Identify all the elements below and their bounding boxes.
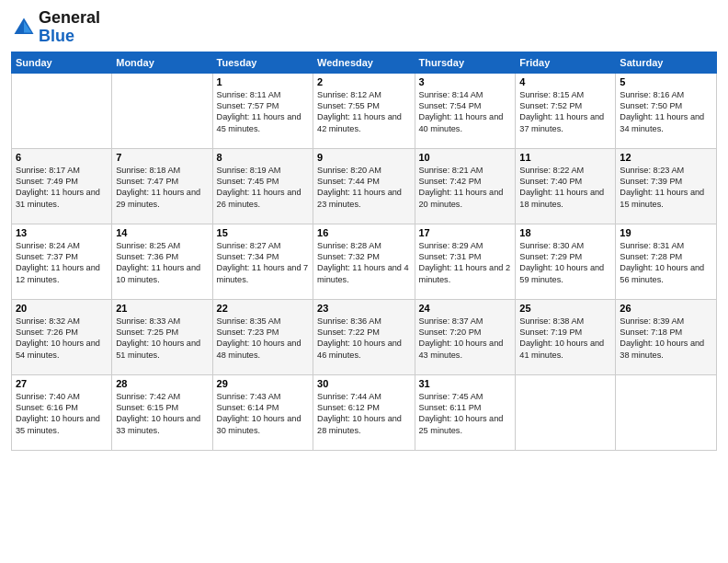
day-info: Sunrise: 8:14 AM Sunset: 7:54 PM Dayligh… xyxy=(419,89,512,135)
calendar-cell: 27Sunrise: 7:40 AM Sunset: 6:16 PM Dayli… xyxy=(12,374,112,450)
day-info: Sunrise: 8:33 AM Sunset: 7:25 PM Dayligh… xyxy=(116,316,208,362)
day-info: Sunrise: 8:29 AM Sunset: 7:31 PM Dayligh… xyxy=(419,240,512,286)
day-info: Sunrise: 8:22 AM Sunset: 7:40 PM Dayligh… xyxy=(519,165,611,211)
day-number: 18 xyxy=(519,227,611,238)
calendar-cell: 11Sunrise: 8:22 AM Sunset: 7:40 PM Dayli… xyxy=(516,148,616,224)
page: General Blue SundayMondayTuesdayWednesda… xyxy=(0,0,728,563)
calendar-header-row: SundayMondayTuesdayWednesdayThursdayFrid… xyxy=(12,52,717,73)
day-info: Sunrise: 7:43 AM Sunset: 6:14 PM Dayligh… xyxy=(217,391,309,437)
calendar-cell: 5Sunrise: 8:16 AM Sunset: 7:50 PM Daylig… xyxy=(616,73,717,148)
day-number: 1 xyxy=(217,76,309,87)
day-number: 8 xyxy=(217,152,309,163)
day-info: Sunrise: 8:12 AM Sunset: 7:55 PM Dayligh… xyxy=(317,89,410,135)
calendar-cell: 19Sunrise: 8:31 AM Sunset: 7:28 PM Dayli… xyxy=(616,224,717,299)
day-number: 16 xyxy=(317,227,410,238)
calendar-day-header: Thursday xyxy=(415,52,516,73)
day-number: 23 xyxy=(317,303,410,314)
day-number: 4 xyxy=(519,76,611,87)
day-info: Sunrise: 8:38 AM Sunset: 7:19 PM Dayligh… xyxy=(519,316,611,362)
calendar-day-header: Wednesday xyxy=(313,52,415,73)
day-number: 6 xyxy=(16,152,108,163)
day-info: Sunrise: 8:11 AM Sunset: 7:57 PM Dayligh… xyxy=(217,89,309,135)
calendar-cell: 28Sunrise: 7:42 AM Sunset: 6:15 PM Dayli… xyxy=(112,374,212,450)
calendar-cell: 25Sunrise: 8:38 AM Sunset: 7:19 PM Dayli… xyxy=(516,299,616,374)
calendar-cell: 18Sunrise: 8:30 AM Sunset: 7:29 PM Dayli… xyxy=(516,224,616,299)
day-info: Sunrise: 8:35 AM Sunset: 7:23 PM Dayligh… xyxy=(217,316,309,362)
day-info: Sunrise: 8:28 AM Sunset: 7:32 PM Dayligh… xyxy=(317,240,410,286)
day-number: 26 xyxy=(620,303,712,314)
day-info: Sunrise: 8:39 AM Sunset: 7:18 PM Dayligh… xyxy=(620,316,712,362)
calendar-cell: 6Sunrise: 8:17 AM Sunset: 7:49 PM Daylig… xyxy=(12,148,112,224)
calendar-cell: 15Sunrise: 8:27 AM Sunset: 7:34 PM Dayli… xyxy=(212,224,313,299)
calendar-cell: 31Sunrise: 7:45 AM Sunset: 6:11 PM Dayli… xyxy=(415,374,516,450)
day-number: 9 xyxy=(317,152,410,163)
day-number: 3 xyxy=(419,76,512,87)
logo-text: General Blue xyxy=(39,9,100,46)
calendar-cell: 2Sunrise: 8:12 AM Sunset: 7:55 PM Daylig… xyxy=(313,73,415,148)
day-info: Sunrise: 8:25 AM Sunset: 7:36 PM Dayligh… xyxy=(116,240,208,286)
calendar-cell: 7Sunrise: 8:18 AM Sunset: 7:47 PM Daylig… xyxy=(112,148,212,224)
day-number: 24 xyxy=(419,303,512,314)
day-info: Sunrise: 8:19 AM Sunset: 7:45 PM Dayligh… xyxy=(217,165,309,211)
calendar-cell: 16Sunrise: 8:28 AM Sunset: 7:32 PM Dayli… xyxy=(313,224,415,299)
day-info: Sunrise: 8:15 AM Sunset: 7:52 PM Dayligh… xyxy=(519,89,611,135)
calendar-cell: 1Sunrise: 8:11 AM Sunset: 7:57 PM Daylig… xyxy=(212,73,313,148)
logo-icon xyxy=(11,15,37,40)
calendar-cell: 24Sunrise: 8:37 AM Sunset: 7:20 PM Dayli… xyxy=(415,299,516,374)
day-number: 14 xyxy=(116,227,208,238)
day-number: 12 xyxy=(620,152,712,163)
calendar-cell: 9Sunrise: 8:20 AM Sunset: 7:44 PM Daylig… xyxy=(313,148,415,224)
day-number: 15 xyxy=(217,227,309,238)
day-number: 30 xyxy=(317,378,410,389)
calendar-week-row: 1Sunrise: 8:11 AM Sunset: 7:57 PM Daylig… xyxy=(12,73,717,148)
day-info: Sunrise: 7:42 AM Sunset: 6:15 PM Dayligh… xyxy=(116,391,208,437)
calendar-day-header: Saturday xyxy=(616,52,717,73)
day-info: Sunrise: 8:31 AM Sunset: 7:28 PM Dayligh… xyxy=(620,240,712,286)
calendar-cell: 17Sunrise: 8:29 AM Sunset: 7:31 PM Dayli… xyxy=(415,224,516,299)
calendar-cell: 4Sunrise: 8:15 AM Sunset: 7:52 PM Daylig… xyxy=(516,73,616,148)
calendar-cell xyxy=(112,73,212,148)
calendar-cell: 23Sunrise: 8:36 AM Sunset: 7:22 PM Dayli… xyxy=(313,299,415,374)
day-number: 7 xyxy=(116,152,208,163)
day-number: 17 xyxy=(419,227,512,238)
day-number: 20 xyxy=(16,303,108,314)
day-number: 25 xyxy=(519,303,611,314)
calendar-cell: 12Sunrise: 8:23 AM Sunset: 7:39 PM Dayli… xyxy=(616,148,717,224)
calendar-day-header: Tuesday xyxy=(212,52,313,73)
day-number: 31 xyxy=(419,378,512,389)
day-info: Sunrise: 7:45 AM Sunset: 6:11 PM Dayligh… xyxy=(419,391,512,437)
day-info: Sunrise: 8:23 AM Sunset: 7:39 PM Dayligh… xyxy=(620,165,712,211)
calendar-day-header: Sunday xyxy=(12,52,112,73)
calendar-table: SundayMondayTuesdayWednesdayThursdayFrid… xyxy=(11,52,717,451)
calendar-cell: 14Sunrise: 8:25 AM Sunset: 7:36 PM Dayli… xyxy=(112,224,212,299)
calendar-cell: 21Sunrise: 8:33 AM Sunset: 7:25 PM Dayli… xyxy=(112,299,212,374)
calendar-cell: 26Sunrise: 8:39 AM Sunset: 7:18 PM Dayli… xyxy=(616,299,717,374)
day-info: Sunrise: 8:21 AM Sunset: 7:42 PM Dayligh… xyxy=(419,165,512,211)
day-info: Sunrise: 8:24 AM Sunset: 7:37 PM Dayligh… xyxy=(16,240,108,286)
calendar-cell: 20Sunrise: 8:32 AM Sunset: 7:26 PM Dayli… xyxy=(12,299,112,374)
day-info: Sunrise: 8:32 AM Sunset: 7:26 PM Dayligh… xyxy=(16,316,108,362)
calendar-week-row: 13Sunrise: 8:24 AM Sunset: 7:37 PM Dayli… xyxy=(12,224,717,299)
day-info: Sunrise: 8:30 AM Sunset: 7:29 PM Dayligh… xyxy=(519,240,611,286)
calendar-cell: 10Sunrise: 8:21 AM Sunset: 7:42 PM Dayli… xyxy=(415,148,516,224)
calendar-cell: 3Sunrise: 8:14 AM Sunset: 7:54 PM Daylig… xyxy=(415,73,516,148)
calendar-cell: 13Sunrise: 8:24 AM Sunset: 7:37 PM Dayli… xyxy=(12,224,112,299)
day-number: 21 xyxy=(116,303,208,314)
day-number: 22 xyxy=(217,303,309,314)
day-number: 28 xyxy=(116,378,208,389)
day-number: 11 xyxy=(519,152,611,163)
day-number: 10 xyxy=(419,152,512,163)
day-info: Sunrise: 8:36 AM Sunset: 7:22 PM Dayligh… xyxy=(317,316,410,362)
day-info: Sunrise: 8:17 AM Sunset: 7:49 PM Dayligh… xyxy=(16,165,108,211)
day-number: 29 xyxy=(217,378,309,389)
day-info: Sunrise: 8:16 AM Sunset: 7:50 PM Dayligh… xyxy=(620,89,712,135)
day-info: Sunrise: 8:27 AM Sunset: 7:34 PM Dayligh… xyxy=(217,240,309,286)
day-info: Sunrise: 8:37 AM Sunset: 7:20 PM Dayligh… xyxy=(419,316,512,362)
calendar-cell xyxy=(516,374,616,450)
day-number: 2 xyxy=(317,76,410,87)
day-info: Sunrise: 8:20 AM Sunset: 7:44 PM Dayligh… xyxy=(317,165,410,211)
calendar-cell: 30Sunrise: 7:44 AM Sunset: 6:12 PM Dayli… xyxy=(313,374,415,450)
calendar-cell xyxy=(616,374,717,450)
calendar-cell: 8Sunrise: 8:19 AM Sunset: 7:45 PM Daylig… xyxy=(212,148,313,224)
day-number: 13 xyxy=(16,227,108,238)
